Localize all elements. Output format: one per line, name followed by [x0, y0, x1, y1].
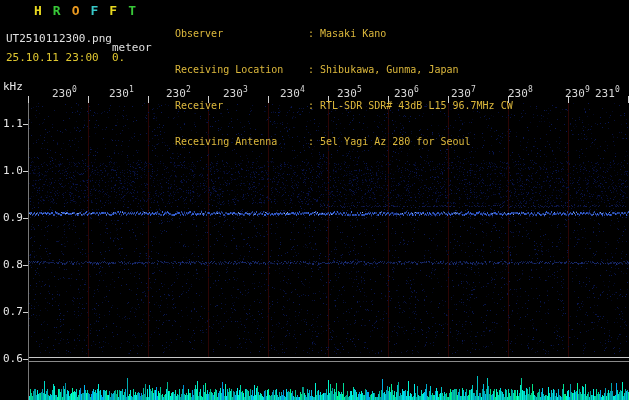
- x-label-minute: 3: [243, 85, 248, 94]
- x-axis-label: 2301: [109, 84, 134, 100]
- x-label-minute: 7: [471, 85, 476, 94]
- title-letter: R: [53, 3, 61, 18]
- info-label: Receiver: [175, 100, 308, 112]
- x-axis-label: 2302: [166, 84, 191, 100]
- title-letter: T: [128, 3, 136, 18]
- x-axis-label: 2309: [565, 84, 590, 100]
- x-label-base: 230: [223, 87, 243, 100]
- y-axis-label: 0.9: [3, 212, 23, 224]
- info-value: : 5el Yagi Az 280 for Seoul: [308, 136, 471, 148]
- y-axis-label: 1.0: [3, 165, 23, 177]
- y-axis-unit: kHz: [3, 81, 23, 93]
- y-axis-label: 0.6: [3, 353, 23, 365]
- info-value: : RTL-SDR SDR# 43dB L15 96.7MHz CW: [308, 100, 513, 112]
- info-row: Receiver : RTL-SDR SDR# 43dB L15 96.7MHz…: [175, 100, 513, 112]
- title-letter: H: [34, 3, 42, 18]
- x-axis-label: 2307: [451, 84, 476, 100]
- x-label-base: 231: [595, 87, 615, 100]
- info-label: Receiving Antenna: [175, 136, 308, 148]
- x-label-base: 230: [394, 87, 414, 100]
- x-label-minute: 2: [186, 85, 191, 94]
- datetime-label: 25.10.11 23:00 0.: [6, 52, 125, 64]
- x-axis-label: 2310: [595, 84, 620, 100]
- info-row: Receiving Location : Shibukawa, Gunma, J…: [175, 64, 513, 76]
- x-label-base: 230: [109, 87, 129, 100]
- info-value: : Shibukawa, Gunma, Japan: [308, 64, 459, 76]
- y-axis-label: 0.7: [3, 306, 23, 318]
- x-axis-label: 2303: [223, 84, 248, 100]
- y-axis-label: 1.1: [3, 118, 23, 130]
- x-label-base: 230: [565, 87, 585, 100]
- x-axis-label: 2306: [394, 84, 419, 100]
- x-label-minute: 5: [357, 85, 362, 94]
- x-label-base: 230: [52, 87, 72, 100]
- x-label-base: 230: [451, 87, 471, 100]
- info-row: Receiving Antenna : 5el Yagi Az 280 for …: [175, 136, 513, 148]
- title-letter: F: [109, 3, 117, 18]
- app-title: HROFFT: [34, 3, 147, 18]
- x-label-minute: 6: [414, 85, 419, 94]
- x-label-minute: 4: [300, 85, 305, 94]
- x-axis-label: 2308: [508, 84, 533, 100]
- info-value: : Masaki Kano: [308, 28, 386, 40]
- x-label-base: 230: [280, 87, 300, 100]
- x-label-minute: 0: [615, 85, 620, 94]
- x-label-minute: 8: [528, 85, 533, 94]
- x-label-minute: 1: [129, 85, 134, 94]
- x-label-minute: 9: [585, 85, 590, 94]
- hrofft-output: HROFFT UT2510112300.png meteor 25.10.11 …: [0, 0, 629, 400]
- x-axis-label: 2304: [280, 84, 305, 100]
- x-axis-label: 2305: [337, 84, 362, 100]
- y-axis-label: 0.8: [3, 259, 23, 271]
- output-filename: UT2510112300.png: [6, 33, 112, 45]
- x-label-minute: 0: [72, 85, 77, 94]
- info-label: Receiving Location: [175, 64, 308, 76]
- title-letter: O: [72, 3, 80, 18]
- info-label: Observer: [175, 28, 308, 40]
- title-letter: F: [90, 3, 98, 18]
- x-axis-label: 2300: [52, 84, 77, 100]
- x-label-base: 230: [166, 87, 186, 100]
- info-row: Observer : Masaki Kano: [175, 28, 513, 40]
- x-label-base: 230: [508, 87, 528, 100]
- x-label-base: 230: [337, 87, 357, 100]
